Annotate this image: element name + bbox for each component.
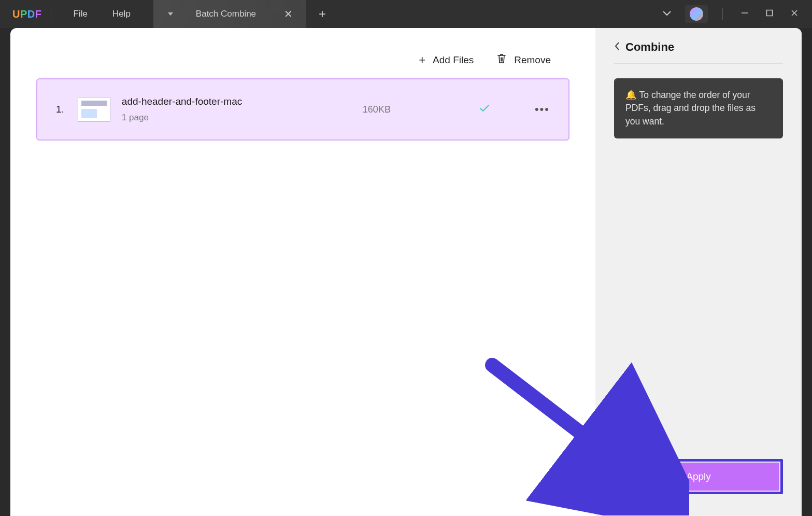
plus-icon: + [419, 53, 425, 67]
tab-dropdown-icon[interactable] [168, 12, 173, 16]
remove-button[interactable]: Remove [496, 53, 551, 67]
close-window-button[interactable] [782, 9, 807, 19]
app-logo: UPDF [12, 8, 41, 20]
new-tab-button[interactable]: + [306, 7, 338, 21]
file-name: add-header-and-footer-mac [122, 96, 242, 107]
file-toolbar: + Add Files Remove [36, 44, 569, 78]
more-icon[interactable]: ••• [535, 103, 550, 116]
back-icon[interactable] [614, 41, 620, 53]
add-files-label: Add Files [433, 54, 474, 66]
user-avatar[interactable] [685, 5, 708, 23]
minimize-button[interactable] [732, 9, 757, 19]
maximize-button[interactable] [757, 9, 782, 19]
separator [722, 8, 723, 20]
file-pages: 1 page [122, 113, 242, 123]
tab-title: Batch Combine [196, 9, 281, 19]
menu-file[interactable]: File [61, 9, 99, 19]
remove-label: Remove [514, 54, 551, 66]
file-index: 1. [56, 104, 64, 115]
chevron-down-icon[interactable] [654, 9, 680, 19]
tab-batch-combine[interactable]: Batch Combine ✕ [153, 0, 306, 28]
tip-text: 🔔 To change the order of your PDFs, drag… [625, 90, 756, 127]
file-thumbnail [78, 97, 110, 122]
workspace: + Add Files Remove 1. add-header-and-foo… [10, 28, 802, 516]
titlebar: UPDF File Help Batch Combine ✕ + [0, 0, 812, 28]
apply-button[interactable]: Apply [618, 463, 779, 491]
close-icon[interactable]: ✕ [281, 8, 296, 20]
tip-box: 🔔 To change the order of your PDFs, drag… [614, 78, 783, 138]
side-panel-title: Combine [625, 40, 674, 54]
trash-icon [496, 53, 507, 67]
add-files-button[interactable]: + Add Files [419, 53, 474, 67]
file-list-area: + Add Files Remove 1. add-header-and-foo… [36, 44, 569, 500]
menu-help[interactable]: Help [100, 9, 143, 19]
side-panel: Combine 🔔 To change the order of your PD… [595, 28, 802, 516]
check-icon [479, 104, 490, 115]
main-panel: + Add Files Remove 1. add-header-and-foo… [10, 28, 595, 516]
file-row[interactable]: 1. add-header-and-footer-mac 1 page 160K… [36, 78, 569, 141]
apply-highlight: Apply [614, 459, 783, 494]
separator [51, 8, 51, 20]
file-size: 160KB [363, 104, 391, 115]
svg-rect-1 [767, 10, 773, 16]
